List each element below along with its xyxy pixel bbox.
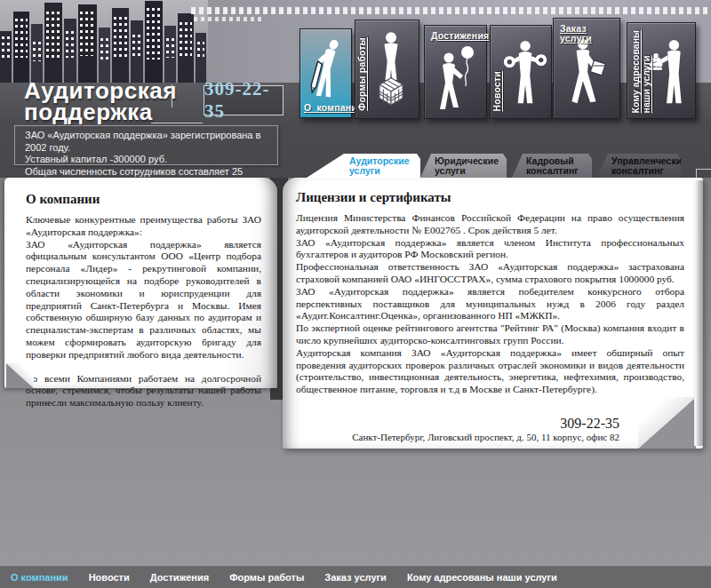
- cube-figure-icon: [368, 24, 414, 115]
- footer-link-order-service[interactable]: Заказ услуги: [324, 572, 387, 583]
- about-paragraph: ЗАО «Аудиторская поддержка» является офи…: [26, 239, 261, 362]
- building: [13, 12, 29, 83]
- balloon-figure-icon: [435, 39, 478, 115]
- cityscape-illustration: [0, 0, 208, 83]
- footer-link-work-forms[interactable]: Формы работы: [229, 572, 304, 583]
- building: [196, 33, 206, 83]
- licenses-paragraph: ЗАО «Аудиторская поддержка» является чле…: [296, 237, 684, 262]
- dumbbell-figure-icon: [503, 33, 547, 115]
- footer-link-achievements[interactable]: Достижения: [150, 572, 209, 583]
- licenses-paragraph: Лицензия Министерства Финансов Российско…: [296, 212, 684, 237]
- about-heading: О компании: [26, 192, 261, 207]
- site-title-line2: поддержка: [24, 99, 153, 125]
- company-info-line: ЗАО «Аудиторская поддержка» зарегистриро…: [25, 130, 277, 154]
- about-paragraph: Со всеми Компаниями работаем на долгосро…: [26, 373, 261, 409]
- filmstrip-decoration: [191, 7, 711, 14]
- building: [145, 1, 163, 83]
- building: [112, 8, 129, 83]
- nav-tile-label: Формы работы: [357, 37, 367, 111]
- building: [31, 24, 43, 83]
- pen-figure-icon: [304, 37, 347, 103]
- parcel-figure-icon: [564, 33, 609, 115]
- licenses-paragraph: ЗАО «Аудиторская поддержка» является поб…: [296, 286, 684, 322]
- licenses-paragraph: По экспертной оценке рейтингового агентс…: [296, 322, 684, 347]
- title-divider-horizontal: [151, 123, 203, 123]
- header-phone: 309-22-35: [204, 85, 284, 115]
- building: [78, 4, 97, 83]
- contact-address: Санкт-Петербург, Лиговский проспект, д. …: [352, 432, 619, 443]
- footer-nav: О компании Новости Достижения Формы рабо…: [0, 566, 711, 588]
- page-corner-fold: [6, 363, 34, 388]
- nav-tile-news[interactable]: Новости: [490, 25, 552, 119]
- building: [131, 20, 143, 83]
- service-tabs: Аудиторские услуги Юридические услуги Ка…: [0, 154, 711, 178]
- building: [44, 3, 62, 83]
- nav-tile-about-company[interactable]: О_компании: [300, 28, 352, 118]
- nav-tile-service-audience[interactable]: Кому адресованы наши услуги: [627, 22, 696, 119]
- building: [0, 31, 12, 83]
- building: [99, 28, 110, 83]
- nav-tile-label: Кому адресованы наши услуги: [630, 30, 651, 113]
- tab-management-consulting[interactable]: Управленческий консалтинг: [597, 154, 681, 178]
- contact-phone: 309-22-35: [352, 416, 619, 432]
- licenses-paragraph: Профессиональная ответственность ЗАО «Ау…: [296, 261, 684, 286]
- licenses-heading: Лицензии и сертификаты: [296, 190, 684, 205]
- tab-audit-services[interactable]: Аудиторские услуги: [307, 154, 420, 178]
- building: [178, 13, 194, 83]
- footer-link-about[interactable]: О компании: [11, 572, 68, 583]
- nav-tile-achievements[interactable]: Достижения: [424, 25, 487, 119]
- nav-tile-label: Новости: [492, 71, 502, 111]
- contact-block: 309-22-35 Санкт-Петербург, Лиговский про…: [352, 416, 619, 443]
- about-company-panel: О компании Ключевые конкурентные преимущ…: [4, 178, 277, 388]
- tab-legal-services[interactable]: Юридические услуги: [420, 154, 507, 178]
- page: Аудиторская поддержка 309-22-35 ЗАО «Ауд…: [0, 0, 711, 588]
- footer-link-news[interactable]: Новости: [89, 572, 130, 583]
- nav-tile-label: Заказ услуги: [560, 24, 619, 44]
- title-divider-vertical: [172, 84, 172, 107]
- site-title: Аудиторская поддержка: [24, 80, 177, 123]
- nav-tile-work-forms[interactable]: Формы работы: [355, 20, 419, 119]
- building: [64, 19, 76, 83]
- footer-link-service-audience[interactable]: Кому адресованы наши услуги: [407, 572, 557, 583]
- licenses-panel: Лицензии и сертификаты Лицензия Министер…: [283, 178, 703, 449]
- licenses-paragraph: Аудиторская компания ЗАО «Аудиторская по…: [296, 347, 684, 396]
- nav-tile-label: Достижения: [431, 31, 489, 41]
- main-content: О компании Ключевые конкурентные преимущ…: [0, 178, 711, 566]
- page-corner-fold: [638, 397, 696, 449]
- about-paragraph: Ключевые конкурентные преимущества работ…: [26, 214, 261, 239]
- nav-tile-order-service[interactable]: Заказ услуги: [553, 18, 620, 119]
- tab-hr-consulting[interactable]: Кадровый консалтинг: [512, 154, 592, 178]
- building: [164, 26, 176, 83]
- filmstrip-decoration-small: [194, 17, 265, 21]
